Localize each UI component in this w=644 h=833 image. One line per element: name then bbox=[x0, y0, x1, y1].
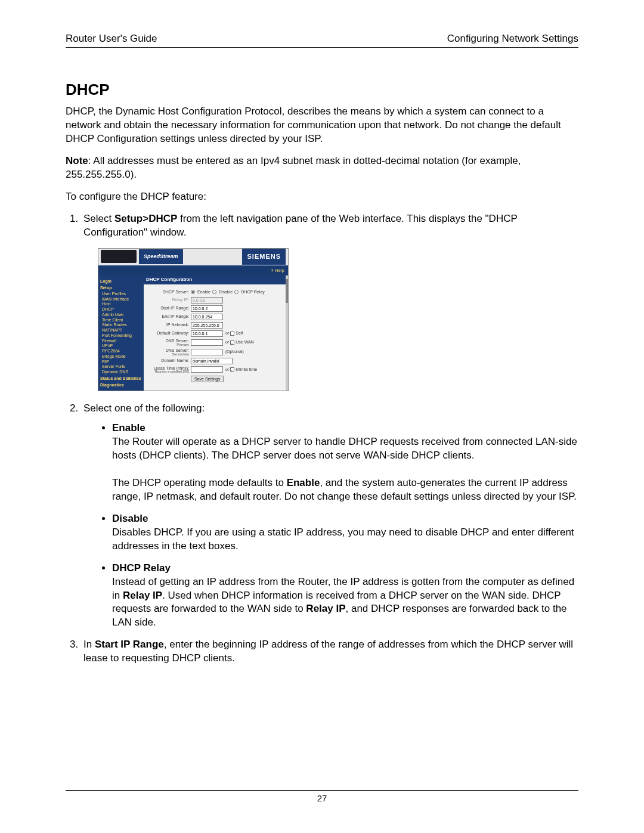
nav-login[interactable]: Login bbox=[100, 279, 142, 284]
router-ui: SpeedStream SIEMENS ? Help Login Setup U… bbox=[98, 248, 289, 392]
step3-a: In bbox=[83, 639, 95, 650]
nav-item[interactable]: Server Ports bbox=[100, 364, 142, 370]
nav-item[interactable]: NAT/NAPT bbox=[100, 328, 142, 333]
radio-dhcp-relay[interactable] bbox=[234, 290, 239, 294]
input-gateway[interactable] bbox=[191, 330, 223, 337]
label-relay-ip: Relay IP: bbox=[146, 297, 191, 302]
options-list: Enable The Router will operate as a DHCP… bbox=[83, 422, 578, 630]
note-paragraph: Note: All addresses must be entered as a… bbox=[66, 154, 578, 182]
nav-item[interactable]: Admin User bbox=[100, 312, 142, 318]
ui-body: Login Setup User Profiles WAN Interface … bbox=[98, 275, 288, 391]
page-number: 27 bbox=[317, 793, 327, 803]
or-text: or bbox=[225, 339, 229, 345]
or-text: or bbox=[225, 367, 229, 372]
radio-enable-label: Enable bbox=[197, 289, 210, 295]
option-disable: Disable Disables DHCP. If you are using … bbox=[112, 512, 578, 553]
radio-disable-label: Disable bbox=[219, 289, 233, 295]
input-start-ip[interactable] bbox=[191, 305, 223, 312]
input-end-ip[interactable] bbox=[191, 314, 223, 320]
nav-status[interactable]: Status and Statistics bbox=[100, 376, 142, 382]
option-enable-p2bold: Enable bbox=[287, 477, 320, 488]
label-netmask: IP Netmask: bbox=[146, 322, 191, 327]
label-dns-primary: DNS Server: Primary bbox=[146, 339, 191, 346]
option-relay-bold2: Relay IP bbox=[306, 603, 345, 614]
input-netmask[interactable] bbox=[191, 322, 223, 329]
step-1: Select Setup>DHCP from the left navigati… bbox=[81, 212, 578, 392]
option-dhcp-relay: DHCP Relay Instead of getting an IP addr… bbox=[112, 562, 578, 630]
self-label: Self bbox=[236, 330, 243, 336]
radio-relay-label: DHCP Relay bbox=[241, 289, 265, 295]
nav-item[interactable]: Host bbox=[100, 302, 142, 307]
option-relay-bold1: Relay IP bbox=[123, 590, 162, 601]
note-text: : All addresses must be entered as an Ip… bbox=[66, 155, 521, 180]
note-label: Note bbox=[66, 155, 88, 166]
header-right: Configuring Network Settings bbox=[447, 33, 578, 45]
left-nav: Login Setup User Profiles WAN Interface … bbox=[98, 275, 144, 391]
radio-disable[interactable] bbox=[212, 290, 216, 294]
input-dns-secondary[interactable] bbox=[191, 349, 223, 355]
label-dhcp-server: DHCP Server: bbox=[146, 289, 191, 295]
step3-bold: Start IP Range bbox=[95, 639, 164, 650]
nav-item[interactable]: Firewall bbox=[100, 339, 142, 344]
option-enable: Enable The Router will operate as a DHCP… bbox=[112, 422, 578, 504]
save-settings-button[interactable]: Save Settings bbox=[191, 376, 224, 382]
option-disable-title: Disable bbox=[112, 512, 578, 526]
step-3: In Start IP Range, enter the beginning I… bbox=[81, 638, 578, 665]
panel-title: DHCP Configuration bbox=[144, 275, 286, 284]
scrollbar[interactable] bbox=[286, 275, 288, 391]
label-start-ip: Start IP Range: bbox=[146, 305, 191, 311]
nav-item[interactable]: Static Routes bbox=[100, 323, 142, 328]
step-2: Select one of the following: Enable The … bbox=[81, 402, 578, 630]
label-end-ip: End IP Range: bbox=[146, 314, 191, 319]
running-header: Router User's Guide Configuring Network … bbox=[66, 33, 578, 48]
nav-item[interactable]: UPnP bbox=[100, 343, 142, 349]
intro-paragraph: DHCP, the Dynamic Host Configuration Pro… bbox=[66, 105, 578, 146]
nav-item[interactable]: WAN Interface bbox=[100, 297, 142, 302]
nav-item[interactable]: Time Client bbox=[100, 318, 142, 323]
label-gateway: Default Gateway: bbox=[146, 330, 191, 336]
option-disable-text: Disables DHCP. If you are using a static… bbox=[112, 527, 574, 552]
nav-item[interactable]: Port Forwarding bbox=[100, 333, 142, 339]
input-dns-primary[interactable] bbox=[191, 339, 223, 346]
brand-speedstream: SpeedStream bbox=[139, 249, 183, 264]
use-wan-label: Use WAN bbox=[236, 339, 253, 345]
nav-item[interactable]: RFC2684 bbox=[100, 349, 142, 354]
ui-header: SpeedStream SIEMENS bbox=[98, 249, 288, 265]
optional-label: (Optional) bbox=[225, 349, 244, 354]
steps-list: Select Setup>DHCP from the left navigati… bbox=[66, 212, 578, 666]
page-footer: 27 bbox=[66, 790, 578, 803]
nav-item[interactable]: RIP bbox=[100, 360, 142, 365]
header-left: Router User's Guide bbox=[66, 33, 157, 45]
nav-item[interactable]: Dynamic DNS bbox=[100, 370, 142, 375]
nav-diagnostics[interactable]: Diagnostics bbox=[100, 383, 142, 388]
option-relay-title: DHCP Relay bbox=[112, 562, 578, 575]
nav-item[interactable]: Bridge Mode bbox=[100, 354, 142, 360]
brand-siemens: SIEMENS bbox=[242, 249, 286, 265]
input-relay-ip[interactable] bbox=[191, 297, 223, 304]
or-text: or bbox=[225, 330, 229, 336]
check-use-wan[interactable] bbox=[230, 340, 234, 345]
help-link[interactable]: ? Help bbox=[98, 265, 288, 276]
option-enable-p1: The Router will operate as a DHCP server… bbox=[112, 436, 577, 461]
label-lease: Lease Time (mins): Requires a specified … bbox=[146, 366, 191, 373]
dhcp-form: DHCP Server: Enable Disable DHCP Relay bbox=[144, 284, 286, 386]
input-domain[interactable] bbox=[191, 358, 233, 364]
input-lease[interactable] bbox=[191, 366, 223, 373]
nav-item[interactable]: DHCP bbox=[100, 307, 142, 312]
router-device-image bbox=[101, 250, 137, 263]
nav-item[interactable]: User Profiles bbox=[100, 292, 142, 297]
step2-text: Select one of the following: bbox=[83, 402, 205, 414]
embedded-screenshot: SpeedStream SIEMENS ? Help Login Setup U… bbox=[98, 248, 578, 392]
label-domain: Domain Name: bbox=[146, 358, 191, 363]
step1-pre: Select bbox=[83, 213, 114, 224]
infinite-label: Infinite time bbox=[236, 367, 257, 372]
option-enable-p2a: The DHCP operating mode defaults to bbox=[112, 477, 287, 488]
check-infinite[interactable] bbox=[230, 367, 234, 371]
check-self[interactable] bbox=[230, 332, 234, 336]
to-configure-line: To configure the DHCP feature: bbox=[66, 190, 578, 204]
page-title: DHCP bbox=[66, 80, 578, 99]
option-enable-title: Enable bbox=[112, 422, 578, 435]
radio-enable[interactable] bbox=[191, 290, 195, 294]
nav-setup[interactable]: Setup bbox=[100, 286, 142, 291]
config-panel: DHCP Configuration DHCP Server: Enable D… bbox=[144, 275, 286, 391]
